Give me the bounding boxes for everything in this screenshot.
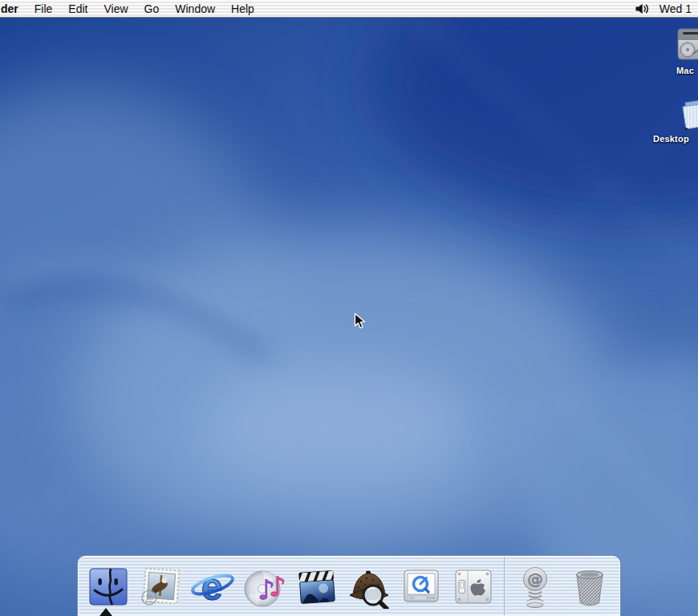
dock-item-itunes[interactable]: ♪ ♪ (242, 564, 287, 609)
itunes-icon: ♪ ♪ (242, 564, 287, 609)
mail-stamp-icon (138, 564, 183, 609)
at-spring-icon: @ (513, 564, 558, 609)
desktop-icon-macintosh-hd[interactable] (677, 26, 698, 69)
desktop-icon-label-macintosh-hd[interactable]: Mac (676, 66, 694, 75)
desktop-icon-label-desktop-folder[interactable]: Desktop (653, 134, 689, 144)
sherlock-icon (347, 564, 392, 609)
menu-view[interactable]: View (103, 2, 128, 15)
internet-explorer-icon: e (190, 564, 235, 609)
imovie-icon (294, 564, 339, 609)
hard-drive-icon (677, 26, 698, 66)
folder-icon (680, 94, 698, 132)
dock-apps-section: e (86, 564, 496, 609)
system-preferences-icon (451, 564, 496, 609)
dock-docked-section: @ (513, 564, 612, 609)
dock-separator-handle[interactable] (504, 557, 505, 615)
menu-app-finder-truncated[interactable]: der (1, 2, 18, 15)
dock: e (77, 555, 621, 616)
menu-bar-clock[interactable]: Wed 1 (659, 2, 692, 15)
menu-edit[interactable]: Edit (68, 2, 87, 15)
dock-item-internet-explorer[interactable]: e (190, 564, 235, 609)
trash-icon (567, 564, 612, 609)
dock-item-system-preferences[interactable] (451, 564, 496, 609)
menu-bar: der File Edit View Go Window Help Wed 1 (0, 0, 698, 18)
menu-file[interactable]: File (34, 2, 53, 15)
svg-text:e: e (201, 565, 223, 608)
dock-item-mail[interactable] (138, 564, 183, 609)
speaker-volume-icon[interactable] (635, 2, 650, 15)
dock-item-sherlock[interactable] (347, 564, 392, 609)
svg-text:@: @ (527, 569, 543, 589)
dock-item-trash[interactable] (567, 564, 612, 609)
dock-item-imovie[interactable] (294, 564, 339, 609)
mac-os-x-desktop: der File Edit View Go Window Help Wed 1 (0, 0, 698, 616)
finder-running-indicator (99, 608, 112, 616)
desktop: Mac Desktop (0, 18, 698, 616)
menu-help[interactable]: Help (231, 2, 254, 15)
menu-go[interactable]: Go (144, 2, 160, 15)
menu-extras: Wed 1 (635, 2, 692, 15)
wallpaper-aqua-blue (0, 18, 698, 616)
svg-text:♪: ♪ (269, 570, 286, 602)
dock-item-finder[interactable] (86, 564, 131, 609)
menu-window[interactable]: Window (175, 2, 215, 15)
dock-item-quicktime[interactable] (399, 564, 444, 609)
dock-item-mail-at-spring[interactable]: @ (513, 564, 558, 609)
finder-icon (86, 564, 131, 609)
quicktime-icon (399, 564, 444, 609)
desktop-icon-desktop-folder[interactable] (680, 94, 698, 136)
